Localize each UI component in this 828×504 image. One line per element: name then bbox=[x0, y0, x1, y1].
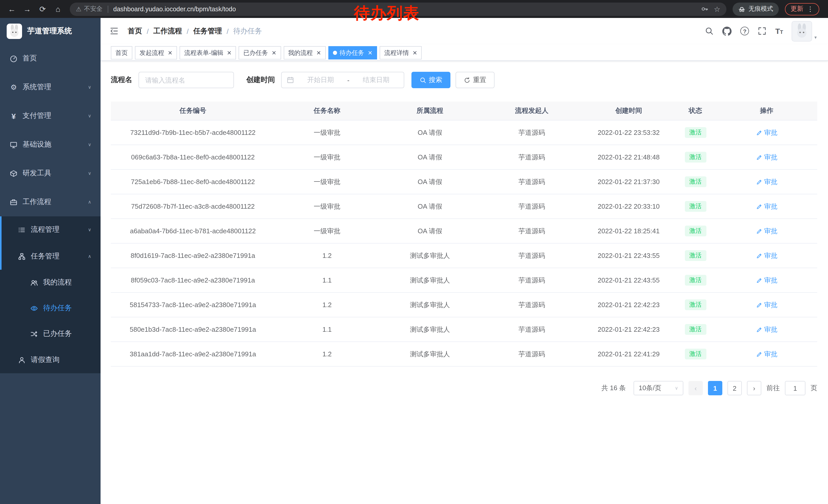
reset-button[interactable]: 重置 bbox=[456, 72, 495, 88]
tab-start-process[interactable]: 发起流程✕ bbox=[135, 46, 177, 59]
cell-task-name: 一级审批 bbox=[275, 194, 379, 218]
search-icon[interactable] bbox=[705, 27, 714, 35]
sidebar-item-leave-query[interactable]: 请假查询 bbox=[0, 347, 100, 373]
table-row: 58154733-7ac8-11ec-a9e2-a2380e71991a 1.2… bbox=[111, 293, 817, 317]
app-logo-row: 芋道管理系统 bbox=[0, 18, 100, 44]
approve-link[interactable]: 审批 bbox=[756, 128, 778, 137]
cell-starter: 芋道源码 bbox=[481, 219, 583, 243]
end-date-placeholder[interactable]: 结束日期 bbox=[354, 75, 399, 85]
approve-link[interactable]: 审批 bbox=[756, 177, 778, 186]
sidebar-collapse-button[interactable] bbox=[110, 27, 119, 35]
fullscreen-icon[interactable] bbox=[758, 27, 767, 35]
sidebar-item-devtools[interactable]: 研发工具 ∨ bbox=[0, 159, 100, 188]
approve-link[interactable]: 审批 bbox=[756, 152, 778, 162]
header-actions: ? TT ▾ bbox=[705, 21, 817, 41]
tab-process-detail[interactable]: 流程详情✕ bbox=[380, 46, 422, 59]
total-count: 共 16 条 bbox=[602, 383, 626, 393]
caret-down-icon: ∨ bbox=[675, 385, 678, 391]
incognito-badge: 无痕模式 bbox=[733, 2, 779, 16]
github-icon[interactable] bbox=[722, 27, 732, 36]
sidebar-item-system[interactable]: ⚙ 系统管理 ∨ bbox=[0, 73, 100, 101]
start-date-placeholder[interactable]: 开始日期 bbox=[298, 75, 343, 85]
cell-task-name: 1.1 bbox=[275, 317, 379, 341]
app-frame: 芋道管理系统 首页 ⚙ 系统管理 ∨ ¥ 支付管理 ∨ 基础设施 ∨ bbox=[0, 18, 828, 504]
goto-label: 前往 bbox=[767, 383, 780, 393]
process-name-input[interactable] bbox=[138, 72, 234, 88]
sidebar-item-home[interactable]: 首页 bbox=[0, 44, 100, 73]
incognito-icon bbox=[738, 5, 745, 12]
cell-task-name: 1.2 bbox=[275, 243, 379, 268]
cell-task-id: 73211d9d-7b9b-11ec-b5b7-acde48001122 bbox=[111, 121, 275, 145]
approve-link[interactable]: 审批 bbox=[756, 325, 778, 334]
page-size-select[interactable]: 10条/页 ∨ bbox=[633, 381, 683, 395]
table-row: 725a1eb6-7b88-11ec-8ef0-acde48001122 一级审… bbox=[111, 170, 817, 194]
breadcrumb-home[interactable]: 首页 bbox=[128, 27, 142, 36]
forward-button[interactable]: → bbox=[20, 2, 34, 16]
approve-link[interactable]: 审批 bbox=[756, 202, 778, 211]
list-icon bbox=[17, 226, 26, 234]
sidebar-item-infrastructure[interactable]: 基础设施 ∨ bbox=[0, 130, 100, 159]
column-header-process: 所属流程 bbox=[379, 101, 481, 120]
password-key-icon[interactable] bbox=[701, 5, 709, 13]
approve-link[interactable]: 审批 bbox=[756, 226, 778, 236]
approve-link[interactable]: 审批 bbox=[756, 251, 778, 260]
process-name-label: 流程名 bbox=[111, 75, 132, 85]
reload-button[interactable]: ⟳ bbox=[36, 2, 49, 16]
sidebar-item-process-mgmt[interactable]: 流程管理 ∨ bbox=[0, 216, 100, 243]
close-icon[interactable]: ✕ bbox=[368, 49, 372, 56]
task-mgmt-submenu: 我的流程 待办任务 已办任务 bbox=[0, 270, 100, 347]
tab-home[interactable]: 首页 bbox=[111, 46, 132, 59]
help-icon[interactable]: ? bbox=[740, 27, 749, 35]
tab-todo-task[interactable]: 待办任务✕ bbox=[328, 46, 377, 59]
cell-process: OA 请假 bbox=[379, 145, 481, 169]
sidebar-item-payment[interactable]: ¥ 支付管理 ∨ bbox=[0, 101, 100, 130]
sidebar-item-my-process[interactable]: 我的流程 bbox=[0, 270, 100, 295]
filter-bar: 流程名 创建时间 开始日期 - 结束日期 搜索 重 bbox=[111, 72, 817, 88]
breadcrumb-workflow[interactable]: 工作流程 bbox=[153, 27, 182, 36]
sidebar-item-task-mgmt[interactable]: 任务管理 ∧ bbox=[0, 243, 100, 270]
browser-menu-icon[interactable]: ⋮ bbox=[807, 5, 814, 13]
bookmark-star-icon[interactable]: ☆ bbox=[714, 5, 720, 13]
chevron-down-icon: ∨ bbox=[88, 142, 91, 147]
people-icon bbox=[30, 279, 38, 286]
prev-page-button[interactable]: ‹ bbox=[689, 381, 703, 395]
sidebar-item-todo-task[interactable]: 待办任务 bbox=[0, 295, 100, 321]
cell-process: OA 请假 bbox=[379, 121, 481, 145]
tab-form-edit[interactable]: 流程表单-编辑✕ bbox=[179, 46, 236, 59]
goto-page-input[interactable] bbox=[785, 381, 805, 395]
page-button-2[interactable]: 2 bbox=[728, 381, 742, 395]
approve-link[interactable]: 审批 bbox=[756, 276, 778, 285]
search-button[interactable]: 搜索 bbox=[411, 72, 450, 88]
breadcrumb-task-mgmt[interactable]: 任务管理 bbox=[194, 27, 222, 36]
close-icon[interactable]: ✕ bbox=[412, 49, 417, 56]
approve-link[interactable]: 审批 bbox=[756, 350, 778, 359]
close-icon[interactable]: ✕ bbox=[272, 49, 276, 56]
box-icon bbox=[9, 170, 18, 177]
tab-done-task[interactable]: 已办任务✕ bbox=[239, 46, 281, 59]
table-row: 73211d9d-7b9b-11ec-b5b7-acde48001122 一级审… bbox=[111, 121, 817, 145]
font-size-icon[interactable]: TT bbox=[775, 27, 783, 35]
approve-link[interactable]: 审批 bbox=[756, 300, 778, 310]
security-label[interactable]: 不安全 bbox=[84, 5, 102, 13]
close-icon[interactable]: ✕ bbox=[227, 49, 232, 56]
status-badge: 激活 bbox=[685, 349, 706, 359]
cell-process: OA 请假 bbox=[379, 170, 481, 194]
column-header-starter: 流程发起人 bbox=[481, 101, 583, 120]
next-page-button[interactable]: › bbox=[747, 381, 761, 395]
edit-pencil-icon bbox=[756, 203, 762, 210]
cell-task-name: 一级审批 bbox=[275, 145, 379, 169]
user-menu[interactable]: ▾ bbox=[792, 21, 817, 41]
date-range-picker[interactable]: 开始日期 - 结束日期 bbox=[281, 72, 404, 88]
cell-task-id: 580e1b3d-7ac8-11ec-a9e2-a2380e71991a bbox=[111, 317, 275, 341]
table-header-row: 任务编号 任务名称 所属流程 流程发起人 创建时间 状态 操作 bbox=[111, 101, 817, 121]
back-button[interactable]: ← bbox=[5, 2, 18, 16]
tab-my-process[interactable]: 我的流程✕ bbox=[283, 46, 326, 59]
sidebar-item-workflow[interactable]: 工作流程 ∧ bbox=[0, 188, 100, 216]
home-button[interactable]: ⌂ bbox=[51, 2, 65, 16]
close-icon[interactable]: ✕ bbox=[316, 49, 321, 56]
page-button-1[interactable]: 1 bbox=[708, 381, 722, 395]
update-button[interactable]: 更新 ⋮ bbox=[785, 3, 819, 15]
column-header-status: 状态 bbox=[675, 101, 716, 120]
sidebar-item-done-task[interactable]: 已办任务 bbox=[0, 321, 100, 347]
close-icon[interactable]: ✕ bbox=[168, 49, 172, 56]
